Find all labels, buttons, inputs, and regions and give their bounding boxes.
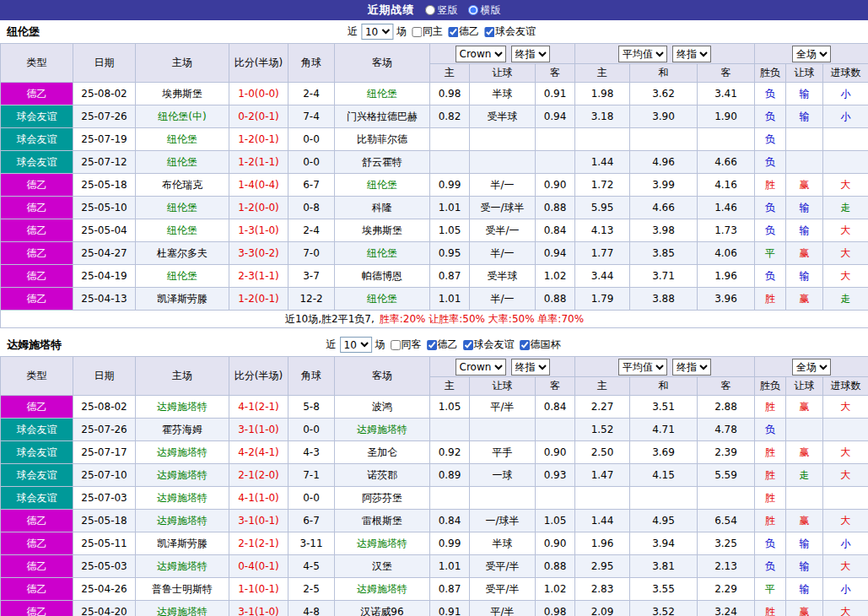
match-row: 德乙25-05-11凯泽斯劳滕2-1(2-1)3-11达姆施塔特0.99半球0.… xyxy=(1,532,868,555)
league-type-badge: 德乙 xyxy=(1,532,73,555)
filter-option[interactable]: 同客 xyxy=(391,338,422,352)
result-goals: 小 xyxy=(823,83,868,105)
result-goals: 大 xyxy=(823,510,868,532)
away-team[interactable]: 诺茨郡 xyxy=(335,464,430,487)
filter-checkbox[interactable] xyxy=(463,340,473,350)
handicap-home-odds: 1.05 xyxy=(430,396,470,419)
filter-checkbox[interactable] xyxy=(520,340,530,350)
home-team[interactable]: 达姆施塔特 xyxy=(136,487,229,510)
fulltime-select[interactable]: 全场 xyxy=(792,46,831,62)
match-score: 3-3(0-2) xyxy=(229,242,288,265)
result-handicap: 输 xyxy=(786,197,823,219)
away-team[interactable]: 阿莎芬堡 xyxy=(335,487,430,510)
filter-option[interactable]: 德乙 xyxy=(427,338,458,352)
away-team[interactable]: 雷根斯堡 xyxy=(335,510,430,532)
home-team[interactable]: 达姆施塔特 xyxy=(136,464,229,487)
layout-option-horizontal[interactable]: 横版 xyxy=(468,3,501,18)
average-final-index-select[interactable]: 终指 xyxy=(672,359,711,376)
match-score: 1-2(0-1) xyxy=(229,128,288,151)
column-header: 比分(半场) xyxy=(229,44,288,83)
home-team[interactable]: 达姆施塔特 xyxy=(136,555,229,578)
filter-option-label: 同主 xyxy=(423,24,443,39)
away-team[interactable]: 汉堡 xyxy=(335,555,430,578)
result-win-draw-lose: 平 xyxy=(755,578,786,601)
home-team[interactable]: 纽伦堡(中) xyxy=(136,105,229,128)
layout-option-vertical[interactable]: 竖版 xyxy=(425,3,458,18)
filter-option[interactable]: 同主 xyxy=(412,24,443,39)
filter-checkbox[interactable] xyxy=(484,27,494,37)
filter-option[interactable]: 球会友谊 xyxy=(484,24,536,39)
home-team[interactable]: 纽伦堡 xyxy=(136,219,229,242)
home-team[interactable]: 纽伦堡 xyxy=(136,265,229,288)
filter-checkbox[interactable] xyxy=(391,340,401,350)
league-type-badge: 德乙 xyxy=(1,242,73,265)
match-row: 德乙25-04-27杜塞尔多夫3-3(0-2)7-0纽伦堡0.95半/一0.94… xyxy=(1,242,868,265)
page-title: 近期战绩 xyxy=(368,3,415,18)
away-team[interactable]: 门兴格拉德巴赫 xyxy=(335,105,430,128)
avg-draw-odds: 3.99 xyxy=(630,174,698,197)
home-team[interactable]: 霍芬海姆 xyxy=(136,419,229,441)
home-team[interactable]: 埃弗斯堡 xyxy=(136,83,229,105)
away-team[interactable]: 波鸿 xyxy=(335,396,430,419)
odds-company-select[interactable]: Crown xyxy=(456,359,506,376)
away-team[interactable]: 纽伦堡 xyxy=(335,288,430,311)
average-odds-select[interactable]: 平均值 xyxy=(618,46,667,62)
home-team[interactable]: 杜塞尔多夫 xyxy=(136,242,229,265)
avg-draw-odds: 3.85 xyxy=(630,242,698,265)
home-team[interactable]: 普鲁士明斯特 xyxy=(136,578,229,601)
away-team[interactable]: 埃弗斯堡 xyxy=(335,219,430,242)
company-final-index-select[interactable]: 终指 xyxy=(511,46,550,62)
match-count-select[interactable]: 10 xyxy=(361,24,393,40)
away-team[interactable]: 比勒菲尔德 xyxy=(335,128,430,151)
result-win-draw-lose: 胜 xyxy=(755,464,786,487)
away-team[interactable]: 纽伦堡 xyxy=(335,174,430,197)
away-team[interactable]: 达姆施塔特 xyxy=(335,419,430,441)
away-team[interactable]: 达姆施塔特 xyxy=(335,532,430,555)
home-team[interactable]: 纽伦堡 xyxy=(136,197,229,219)
filter-option[interactable]: 球会友谊 xyxy=(463,338,515,352)
handicap-line xyxy=(470,419,536,441)
filter-checkbox[interactable] xyxy=(412,27,422,37)
home-team[interactable]: 达姆施塔特 xyxy=(136,510,229,532)
match-row: 球会友谊25-07-10达姆施塔特2-1(2-0)7-1诺茨郡0.89一球0.9… xyxy=(1,464,868,487)
home-team[interactable]: 达姆施塔特 xyxy=(136,601,229,616)
filter-option[interactable]: 德国杯 xyxy=(520,338,561,352)
home-team[interactable]: 布伦瑞克 xyxy=(136,174,229,197)
vertical-layout-radio[interactable] xyxy=(425,5,435,15)
avg-draw-odds: 4.66 xyxy=(630,197,698,219)
column-subheader: 和 xyxy=(630,64,698,83)
handicap-away-odds: 0.88 xyxy=(536,288,575,311)
filter-checkbox[interactable] xyxy=(448,27,458,37)
away-team[interactable]: 帕德博恩 xyxy=(335,265,430,288)
home-team[interactable]: 凯泽斯劳滕 xyxy=(136,288,229,311)
away-team[interactable]: 纽伦堡 xyxy=(335,242,430,265)
away-team[interactable]: 汉诺威96 xyxy=(335,601,430,616)
odds-company-select[interactable]: Crown xyxy=(456,46,506,62)
result-handicap: 输 xyxy=(786,265,823,288)
avg-home-odds: 1.47 xyxy=(575,464,630,487)
filter-checkbox[interactable] xyxy=(427,340,437,350)
average-odds-select[interactable]: 平均值 xyxy=(618,359,667,376)
match-count-select[interactable]: 10 xyxy=(340,337,372,353)
handicap-away-odds: 0.91 xyxy=(536,83,575,105)
handicap-line: 受平/半 xyxy=(470,555,536,578)
away-team[interactable]: 圣加仑 xyxy=(335,441,430,464)
home-team[interactable]: 凯泽斯劳滕 xyxy=(136,532,229,555)
result-goals: 大 xyxy=(823,219,868,242)
average-final-index-select[interactable]: 终指 xyxy=(672,46,711,62)
horizontal-layout-radio[interactable] xyxy=(468,5,478,15)
away-team[interactable]: 舒云霍特 xyxy=(335,151,430,174)
home-team[interactable]: 纽伦堡 xyxy=(136,151,229,174)
match-date: 25-07-19 xyxy=(73,128,136,151)
result-goals: 大 xyxy=(823,441,868,464)
away-team[interactable]: 科隆 xyxy=(335,197,430,219)
home-team[interactable]: 达姆施塔特 xyxy=(136,441,229,464)
away-team[interactable]: 达姆施塔特 xyxy=(335,578,430,601)
handicap-away-odds xyxy=(536,128,575,151)
company-final-index-select[interactable]: 终指 xyxy=(511,359,550,376)
fulltime-select[interactable]: 全场 xyxy=(792,359,831,376)
away-team[interactable]: 纽伦堡 xyxy=(335,83,430,105)
home-team[interactable]: 纽伦堡 xyxy=(136,128,229,151)
filter-option[interactable]: 德乙 xyxy=(448,24,479,39)
home-team[interactable]: 达姆施塔特 xyxy=(136,396,229,419)
